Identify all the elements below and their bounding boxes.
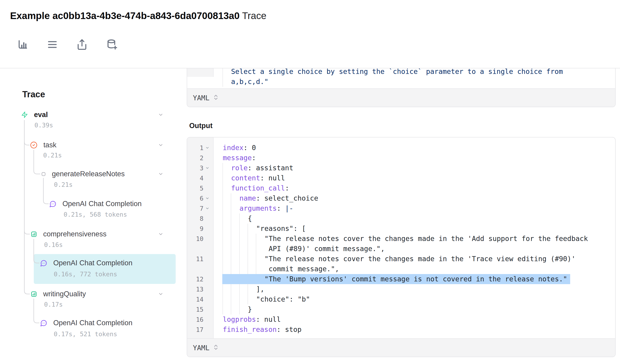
- tree-node-task-1[interactable]: task: [30, 140, 57, 150]
- output-code-area[interactable]: 1234567891011121314151617 index: 0messag…: [187, 137, 615, 338]
- indent-guide: [222, 244, 223, 254]
- chevron-down-icon[interactable]: [158, 112, 164, 118]
- circle-check-icon: [30, 141, 37, 149]
- code-text: "reasons": [: [256, 225, 306, 232]
- gutter-row: 16: [187, 314, 213, 324]
- code-line-12[interactable]: "The 'Bump versions' commit message is n…: [214, 274, 615, 284]
- indent-guide: [239, 304, 240, 314]
- indent-guide: [231, 244, 231, 254]
- trace-page: Example ac0bb13a-4b3e-474b-a843-6da07008…: [0, 0, 620, 364]
- tree-node-writingquality-6[interactable]: writingQuality: [31, 289, 86, 299]
- code-text: message:: [223, 154, 256, 162]
- gutter-spacer: [203, 234, 211, 244]
- collapse-chevron-icon[interactable]: [203, 143, 211, 153]
- indent-guide: [239, 244, 240, 254]
- gutter-spacer: [203, 224, 211, 234]
- line-number: 16: [196, 316, 203, 323]
- code-line-4[interactable]: content: null: [214, 173, 615, 183]
- tree-node-duration: 0.21s: [54, 180, 73, 189]
- gutter-spacer: [203, 153, 211, 163]
- output-format-select[interactable]: YAML: [187, 338, 615, 357]
- chevrons-up-down-icon: [213, 94, 219, 101]
- code-line-wrap[interactable]: a,b,c,d.": [214, 77, 615, 87]
- code-text: finish_reason: stop: [223, 325, 301, 334]
- indent-guide: [248, 264, 248, 274]
- indent-guide: [239, 234, 240, 244]
- code-line-wrap[interactable]: API (#89)' commit message.",: [214, 244, 615, 254]
- indent-guide: [248, 254, 248, 264]
- code-line-11[interactable]: "The release notes cover the changes mad…: [214, 254, 615, 264]
- code-text: }: [248, 305, 252, 313]
- menu-icon[interactable]: [46, 39, 58, 50]
- page-title: Example ac0bb13a-4b3e-474b-a843-6da07008…: [10, 10, 266, 22]
- gutter-row: 5: [187, 183, 213, 193]
- tree-node-openai-chat-completion-5[interactable]: OpenAI Chat Completion: [40, 258, 133, 268]
- code-line-1[interactable]: index: 0: [214, 143, 615, 153]
- output-code-block: 1234567891011121314151617 index: 0messag…: [187, 137, 616, 357]
- chevron-down-icon[interactable]: [158, 291, 164, 297]
- code-line-15[interactable]: }: [214, 304, 615, 314]
- code-line-3[interactable]: role: assistant: [214, 163, 615, 173]
- gutter-row: 4: [187, 173, 213, 183]
- chevron-down-icon[interactable]: [158, 142, 164, 148]
- line-number: 3: [200, 165, 203, 172]
- indent-guide: [222, 304, 223, 314]
- code-line-2[interactable]: message:: [214, 153, 615, 163]
- input-code-area[interactable]: Select a single choice by setting the `c…: [187, 68, 615, 88]
- code-line-10[interactable]: "The release notes cover the changes mad…: [214, 234, 615, 244]
- indent-guide: [239, 284, 240, 294]
- gutter-row: 8: [187, 213, 213, 224]
- code-line-14[interactable]: "choice": "b": [214, 294, 615, 304]
- code-text: name: select_choice: [239, 194, 318, 202]
- code-line-wrap[interactable]: commit message.",: [214, 264, 615, 274]
- output-heading: Output: [189, 122, 213, 130]
- indent-guide: [231, 203, 231, 213]
- collapse-chevron-icon[interactable]: [203, 193, 211, 203]
- code-text: role: assistant: [231, 164, 293, 172]
- collapse-chevron-icon[interactable]: [203, 163, 211, 173]
- code-text: Select a single choice by setting the `c…: [231, 68, 563, 76]
- line-number: 9: [200, 225, 203, 232]
- database-add-icon[interactable]: [106, 39, 117, 50]
- code-text: API (#89)' commit message.",: [269, 245, 385, 253]
- page-title-example-id: Example ac0bb13a-4b3e-474b-a843-6da07008…: [10, 10, 239, 21]
- output-gutter: 1234567891011121314151617: [187, 137, 214, 338]
- line-number: 2: [200, 154, 203, 162]
- input-format-select[interactable]: YAML: [187, 88, 615, 107]
- collapse-chevron-icon[interactable]: [203, 203, 211, 213]
- indent-guide: [239, 224, 240, 234]
- tree-node-comprehensiveness-4[interactable]: comprehensiveness: [31, 229, 107, 239]
- indent-guide: [222, 163, 223, 173]
- bar-chart-icon[interactable]: [17, 39, 29, 50]
- indent-guide: [222, 264, 223, 274]
- tree-node-openai-chat-completion-3[interactable]: OpenAI Chat Completion: [49, 199, 142, 209]
- code-line-7[interactable]: arguments: |-: [214, 203, 615, 213]
- indent-guide: [256, 244, 256, 254]
- toolbar: [17, 39, 117, 50]
- tree-node-openai-chat-completion-7[interactable]: OpenAI Chat Completion: [40, 318, 133, 328]
- tree-node-duration: 0.17s: [44, 300, 63, 309]
- code-line-13[interactable]: ],: [214, 284, 615, 294]
- code-line-6[interactable]: name: select_choice: [214, 193, 615, 203]
- indent-guide: [222, 68, 223, 77]
- line-number: 6: [200, 195, 203, 202]
- code-line-17[interactable]: finish_reason: stop: [214, 324, 615, 335]
- chevron-down-icon[interactable]: [158, 231, 164, 237]
- chevron-down-icon[interactable]: [158, 171, 164, 177]
- tree-node-duration: 0.21s: [43, 151, 62, 160]
- code-line-8[interactable]: {: [214, 213, 615, 224]
- code-line-wrap[interactable]: Select a single choice by setting the `c…: [214, 68, 615, 77]
- gutter-row: [187, 68, 213, 77]
- indent-guide: [231, 213, 231, 224]
- code-line-5[interactable]: function_call:: [214, 183, 615, 193]
- code-line-9[interactable]: "reasons": [: [214, 224, 615, 234]
- zap-icon: [21, 111, 28, 118]
- code-line-16[interactable]: logprobs: null: [214, 314, 615, 324]
- gutter-row: 13: [187, 284, 213, 294]
- share-icon[interactable]: [76, 39, 88, 50]
- tree-node-eval-0[interactable]: eval: [21, 110, 48, 120]
- tree-node-generatereleasenotes-2[interactable]: generateReleaseNotes: [41, 169, 125, 179]
- line-number: 13: [196, 286, 203, 293]
- code-text: "The release notes cover the changes mad…: [264, 235, 588, 243]
- output-format-label: YAML: [193, 344, 209, 352]
